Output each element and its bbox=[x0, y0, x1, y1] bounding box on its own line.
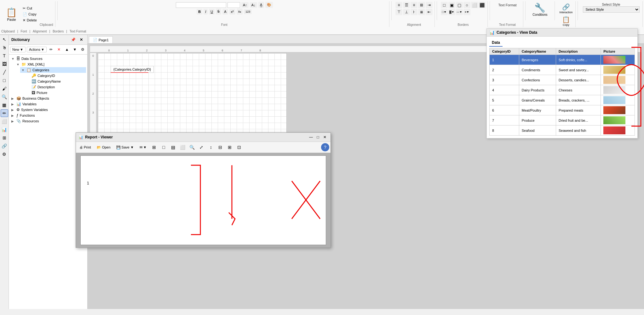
border-bold-btn[interactable]: ▣ bbox=[448, 2, 455, 8]
move-down-btn[interactable]: ▼ bbox=[72, 46, 78, 53]
tree-functions[interactable]: ▶ ƒ Functions bbox=[10, 113, 86, 118]
save-button[interactable]: 💾 Save ▼ bbox=[114, 144, 136, 150]
cut-button[interactable]: ✂ Cut bbox=[21, 6, 38, 11]
align-extra-btn[interactable]: ⇤ bbox=[426, 9, 433, 15]
delete-button[interactable]: ✕ Delete bbox=[21, 18, 38, 23]
table-row[interactable]: 2CondimentsSweet and savory... bbox=[490, 65, 635, 75]
table-row[interactable]: 8SeafoodSeaweed and fish bbox=[490, 125, 635, 136]
table-row[interactable]: 1BeveragesSoft drinks, coffe... bbox=[490, 55, 635, 65]
fill-color-btn[interactable]: ▓▼ bbox=[448, 9, 455, 15]
font-nav[interactable]: Font bbox=[20, 30, 27, 33]
subscript-btn[interactable]: x₂ bbox=[237, 9, 243, 15]
border-rounded-btn[interactable]: ▢ bbox=[456, 2, 463, 8]
font-highlight-btn[interactable]: 123 bbox=[244, 9, 252, 14]
tree-data-sources[interactable]: ▼ 🗄 Data Sources bbox=[10, 56, 86, 61]
border-dash-btn[interactable]: ⬜ bbox=[471, 2, 478, 8]
border-fill-btn[interactable]: ⬛ bbox=[479, 2, 486, 8]
ribbon-copy-button[interactable]: 📋 Copy bbox=[561, 15, 571, 27]
table-row[interactable]: 3ConfectionsDesserts, candies... bbox=[490, 75, 635, 85]
bold-button[interactable]: B bbox=[197, 9, 202, 15]
tool-extra[interactable]: ⚙ bbox=[1, 150, 8, 158]
font-color-btn[interactable]: A bbox=[222, 9, 228, 15]
tree-variables[interactable]: ▶ 📊 Variables bbox=[10, 101, 86, 107]
tool-table[interactable]: ⊞ bbox=[1, 134, 8, 142]
tree-description[interactable]: 📝 Description bbox=[25, 84, 86, 90]
email-button[interactable]: ✉ ▼ bbox=[137, 144, 149, 150]
tree-categories[interactable]: ▼ 📋 Categories bbox=[20, 67, 86, 73]
tool-image[interactable]: 🖼 bbox=[1, 60, 8, 68]
tree-picture[interactable]: 🖼 Picture bbox=[25, 90, 86, 96]
tool-text[interactable]: T bbox=[1, 52, 8, 60]
line-weight-btn[interactable]: ≡▼ bbox=[463, 9, 470, 15]
alignment-nav[interactable]: Alignment bbox=[33, 30, 47, 33]
viewer-close-btn[interactable]: ✕ bbox=[322, 134, 328, 140]
data-tab[interactable]: Data bbox=[489, 39, 503, 47]
font-size-input[interactable] bbox=[227, 2, 240, 8]
align-bottom-btn[interactable]: ⊦ bbox=[411, 9, 417, 15]
align-right-btn[interactable]: ≡ bbox=[411, 2, 417, 8]
tree-business-objects[interactable]: ▶ 📦 Business Objects bbox=[10, 96, 86, 101]
tool-chart[interactable]: 📊 bbox=[1, 126, 8, 133]
delete-icon-btn[interactable]: ✕ bbox=[56, 46, 62, 53]
border-color-btn[interactable]: □▼ bbox=[441, 9, 448, 15]
tool-paint[interactable]: 🖌 bbox=[1, 85, 8, 92]
table-row[interactable]: 4Dairy ProductsCheeses bbox=[490, 85, 635, 95]
line-style-btn[interactable]: —▼ bbox=[456, 9, 463, 15]
viewer-btn-7[interactable]: ↕ bbox=[207, 143, 215, 151]
align-center-btn[interactable]: ☰ bbox=[403, 2, 410, 8]
selectstyle-dropdown[interactable]: Select Style bbox=[583, 6, 640, 13]
open-button[interactable]: 📂 Open bbox=[95, 144, 113, 150]
tool-eraser[interactable]: ⬜ bbox=[1, 118, 8, 125]
distribute-btn[interactable]: ⊞ bbox=[418, 2, 425, 8]
border-box-btn[interactable]: □ bbox=[441, 2, 448, 8]
viewer-btn-1[interactable]: ⊞ bbox=[150, 143, 158, 151]
tool-link[interactable]: 🔗 bbox=[1, 142, 8, 150]
tool-cursor[interactable]: 🖱 bbox=[1, 44, 8, 51]
edit-icon-btn[interactable]: ✏ bbox=[48, 46, 55, 53]
viewer-maximize-btn[interactable]: □ bbox=[315, 134, 321, 140]
decrease-font-btn[interactable]: A↓ bbox=[250, 2, 257, 8]
tree-categoryname[interactable]: 🔤 CategoryName bbox=[25, 79, 86, 84]
align-justify-btn[interactable]: ≣ bbox=[418, 9, 425, 15]
table-row[interactable]: 6Meat/PoultryPrepared meats bbox=[490, 105, 635, 115]
copy-button[interactable]: 📄 Copy bbox=[21, 12, 38, 17]
viewer-btn-2[interactable]: □ bbox=[159, 143, 168, 151]
tool-zoom[interactable]: 🔍 bbox=[1, 93, 8, 101]
textformat-nav[interactable]: Text Format bbox=[70, 30, 86, 33]
border-circle-btn[interactable]: ○ bbox=[463, 2, 470, 8]
viewer-minimize-btn[interactable]: — bbox=[308, 134, 314, 140]
tool-line[interactable]: ╱ bbox=[1, 68, 8, 76]
tool-barcode[interactable]: ▦ bbox=[1, 101, 8, 109]
move-up-btn[interactable]: ▲ bbox=[64, 46, 70, 53]
dict-pin-btn[interactable]: 📌 bbox=[70, 36, 77, 43]
tree-system-variables[interactable]: ▶ ⚙ System Variables bbox=[10, 107, 86, 113]
paint-btn[interactable]: 🎨 bbox=[265, 2, 273, 8]
font-name-input[interactable] bbox=[176, 2, 226, 8]
tree-resources[interactable]: ▶ 📎 Resources bbox=[10, 118, 86, 124]
increase-font-btn[interactable]: A↑ bbox=[241, 2, 249, 8]
tool-select[interactable]: ↖ bbox=[1, 36, 8, 43]
viewer-btn-10[interactable]: ⊡ bbox=[235, 143, 243, 151]
align-left-btn[interactable]: ≡ bbox=[395, 2, 402, 8]
tool-active[interactable]: ✏ bbox=[1, 109, 8, 117]
viewer-btn-8[interactable]: ⊟ bbox=[216, 143, 224, 151]
interaction-button[interactable]: 🔗 Interaction bbox=[559, 3, 573, 15]
viewer-help-btn[interactable]: ? bbox=[321, 143, 329, 151]
clipboard-nav[interactable]: Clipboard bbox=[1, 30, 15, 33]
borders-nav[interactable]: Borders bbox=[53, 30, 64, 33]
clear-font-btn[interactable]: A̲ bbox=[258, 2, 264, 8]
print-button[interactable]: 🖨 Print bbox=[77, 144, 93, 150]
new-button[interactable]: New ▼ bbox=[10, 47, 26, 52]
viewer-btn-6[interactable]: ⤢ bbox=[197, 143, 205, 151]
tree-xml[interactable]: ▼ 📁 XML [XML] bbox=[15, 61, 86, 67]
strikethrough-button[interactable]: S̶ bbox=[216, 9, 221, 15]
tree-categoryid[interactable]: 🔑 CategoryID bbox=[25, 73, 86, 79]
viewer-btn-3[interactable]: ▤ bbox=[169, 143, 177, 151]
italic-button[interactable]: I bbox=[204, 9, 208, 15]
align-top-btn[interactable]: ⊤ bbox=[395, 9, 402, 15]
settings-btn[interactable]: ⚙ bbox=[79, 46, 86, 53]
conditions-button[interactable]: 🔧 Conditions bbox=[532, 3, 547, 16]
canvas-tab-page1[interactable]: 📄 Page1 bbox=[89, 36, 113, 43]
superscript-btn[interactable]: x² bbox=[229, 9, 235, 15]
dict-close-btn[interactable]: ✕ bbox=[78, 36, 85, 43]
